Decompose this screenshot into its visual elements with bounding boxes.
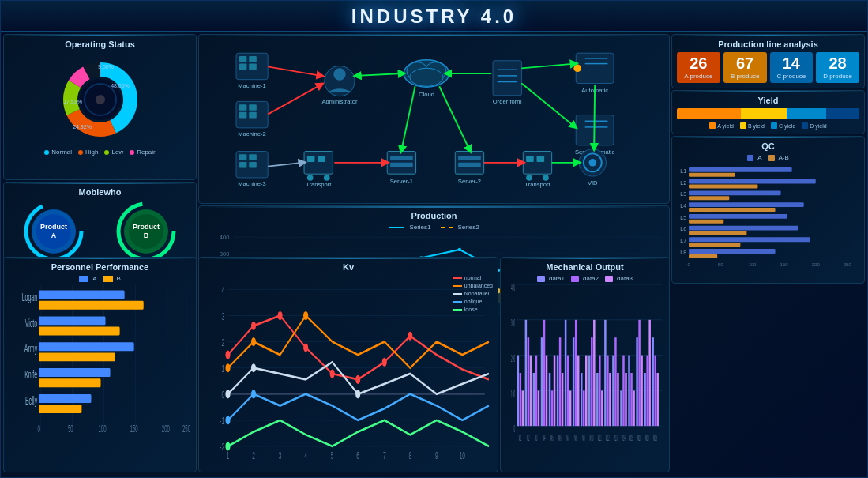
svg-rect-47 <box>239 162 247 168</box>
svg-text:0: 0 <box>687 262 690 267</box>
svg-text:9.50%: 9.50% <box>98 64 114 70</box>
series1-legend: Series1 <box>389 224 430 231</box>
svg-text:M14: M14 <box>622 433 626 442</box>
svg-text:Knife: Knife <box>24 367 37 382</box>
svg-point-235 <box>251 337 256 346</box>
qc-a-legend: A <box>747 154 761 161</box>
product-a-circle: Product A <box>9 200 99 263</box>
yield-a-label: A yield <box>717 123 734 129</box>
svg-rect-296 <box>583 390 585 426</box>
yield-b-dot <box>740 122 746 129</box>
svg-text:4: 4 <box>304 450 307 461</box>
title-bar: Industry 4.0 <box>1 1 867 32</box>
svg-rect-41 <box>239 112 247 119</box>
svg-point-232 <box>382 358 387 367</box>
svg-text:Army: Army <box>24 341 37 356</box>
svg-rect-34 <box>249 56 257 62</box>
svg-rect-165 <box>689 208 775 212</box>
yield-c-label: C yield <box>779 123 795 129</box>
prod-d-label: D produce <box>817 73 858 80</box>
svg-rect-327 <box>644 373 646 426</box>
svg-rect-204 <box>39 405 81 413</box>
qc-title: QC <box>677 141 859 151</box>
qc-svg: L1 L2 L3 L4 L5 <box>677 164 859 273</box>
prod-card-b: 67 B produce <box>723 52 767 83</box>
svg-rect-264 <box>520 373 522 426</box>
svg-text:0: 0 <box>513 423 515 435</box>
svg-text:1: 1 <box>227 450 230 461</box>
svg-rect-324 <box>638 320 641 426</box>
svg-text:M9: M9 <box>582 433 584 442</box>
svg-rect-79 <box>390 156 413 160</box>
kv-svg: 4 3 2 1 0 -1 -2 <box>204 275 493 464</box>
svg-rect-308 <box>607 356 609 427</box>
svg-point-89 <box>526 175 532 181</box>
qc-a-label: A <box>757 154 761 161</box>
svg-rect-284 <box>559 337 562 426</box>
svg-point-238 <box>251 363 256 372</box>
svg-text:A: A <box>51 231 57 239</box>
svg-rect-194 <box>39 316 105 325</box>
yield-a-dot <box>709 122 716 129</box>
svg-point-240 <box>225 416 230 424</box>
svg-text:M12: M12 <box>606 433 610 442</box>
low-dot <box>104 150 109 155</box>
svg-text:3: 3 <box>279 450 282 461</box>
svg-rect-173 <box>689 237 810 242</box>
svg-text:M8: M8 <box>574 433 577 442</box>
svg-rect-287 <box>565 320 567 426</box>
kv-title: Kv <box>204 262 493 272</box>
svg-line-102 <box>268 163 302 167</box>
svg-text:Victo: Victo <box>25 315 38 329</box>
normal-label: Normal <box>51 149 72 156</box>
svg-rect-312 <box>614 337 617 426</box>
svg-text:L3: L3 <box>680 191 686 197</box>
legend-low: Low <box>104 149 123 156</box>
svg-rect-311 <box>612 356 614 427</box>
svg-text:VID: VID <box>588 179 598 186</box>
svg-text:Transport: Transport <box>524 181 550 188</box>
svg-rect-265 <box>522 390 524 426</box>
svg-rect-174 <box>689 243 740 247</box>
prod-c-number: 14 <box>772 55 812 71</box>
svg-text:200: 200 <box>162 423 170 435</box>
svg-point-239 <box>355 390 360 398</box>
svg-rect-156 <box>689 173 735 177</box>
svg-rect-83 <box>458 156 481 160</box>
kv-loose-label: loose <box>464 307 478 312</box>
svg-text:M5: M5 <box>550 433 553 442</box>
prod-a-label: A produce <box>678 73 719 80</box>
page-title: Industry 4.0 <box>1 6 867 28</box>
normal-dot <box>44 150 49 155</box>
svg-rect-305 <box>601 390 603 426</box>
svg-rect-331 <box>652 337 654 426</box>
svg-rect-197 <box>39 342 134 351</box>
svg-text:5: 5 <box>331 450 334 461</box>
qc-panel: QC A A-B L1 <box>671 136 865 284</box>
donut-chart: 48.05% 17.53% 24.92% 9.50% <box>9 52 191 147</box>
svg-rect-283 <box>557 356 559 427</box>
svg-rect-80 <box>390 163 413 167</box>
svg-rect-275 <box>541 337 543 426</box>
donut-legend: Normal High Low Repair <box>9 149 191 156</box>
prod-card-a: 26 A produce <box>677 52 720 83</box>
svg-text:L7: L7 <box>680 238 686 243</box>
svg-point-228 <box>278 311 283 320</box>
svg-rect-74 <box>318 156 325 162</box>
svg-rect-285 <box>562 373 564 426</box>
svg-text:M17: M17 <box>645 433 649 442</box>
svg-rect-288 <box>567 356 569 427</box>
svg-text:M15: M15 <box>629 433 633 442</box>
svg-rect-292 <box>575 320 577 426</box>
svg-text:10: 10 <box>460 450 465 461</box>
svg-text:Product: Product <box>133 223 160 231</box>
svg-line-103 <box>401 86 415 149</box>
svg-text:200: 200 <box>511 353 515 364</box>
svg-rect-39 <box>239 104 247 111</box>
kv-loose-legend: loose <box>453 307 493 312</box>
personnel-b-label: B <box>117 275 121 282</box>
operating-status-panel: Operating Status <box>3 34 197 180</box>
svg-point-94 <box>589 159 597 167</box>
production-line-panel: Production line analysis 26 A produce 67… <box>671 34 865 88</box>
svg-point-227 <box>251 322 256 330</box>
